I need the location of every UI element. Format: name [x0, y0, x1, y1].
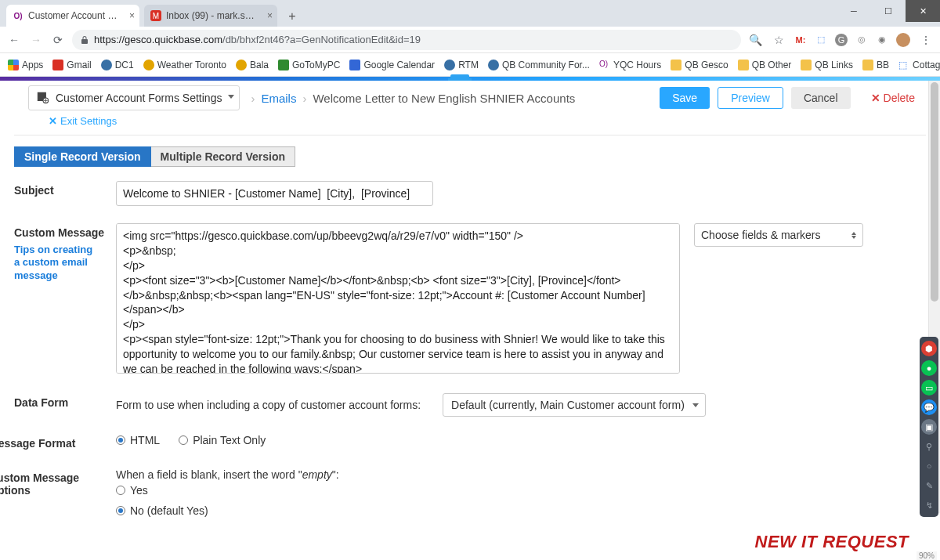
new-tab-button[interactable]: + — [282, 6, 302, 27]
tab-title: Inbox (99) - mark.shnier@gmail. — [166, 10, 255, 21]
bookmark-qbcomm[interactable]: QB Community For... — [488, 60, 590, 70]
bookmark-gotomypc[interactable]: GoToMyPC — [278, 60, 340, 70]
radio-plain-text[interactable]: Plain Text Only — [179, 434, 266, 446]
scroll-thumb[interactable] — [931, 82, 938, 302]
url-host: https://gesco.quickbase.com — [94, 34, 222, 45]
radio-icon — [116, 506, 125, 515]
tab-title: Customer Account Setup Form - — [28, 10, 118, 21]
bookmarks-bar: Apps Gmail DC1 Weather Toronto Bala GoTo… — [0, 53, 940, 77]
bookmark-rtm[interactable]: RTM — [444, 60, 479, 70]
tool-mic-icon[interactable]: ● — [921, 360, 937, 376]
nav-reload-icon[interactable]: ⟳ — [50, 32, 66, 48]
tool-camera-icon[interactable]: ▣ — [921, 419, 937, 435]
settings-dropdown[interactable]: Customer Account Forms Settings — [28, 85, 240, 110]
tool-chat-icon[interactable]: 💬 — [921, 399, 937, 415]
tips-link[interactable]: Tips on creating a custom email message — [14, 244, 100, 282]
chrome-menu-icon[interactable]: ⋮ — [918, 32, 934, 48]
radio-icon — [116, 486, 125, 495]
data-form-select[interactable]: Default (currently, Main Customer accoun… — [443, 393, 706, 417]
radio-html[interactable]: HTML — [116, 434, 160, 446]
chevron-down-icon — [228, 95, 234, 99]
label-message-format: Message Format — [0, 434, 116, 450]
save-button[interactable]: Save — [660, 87, 710, 109]
browser-tab-active[interactable]: O) Customer Account Setup Form - × — [6, 5, 139, 27]
zoom-icon[interactable]: 🔍 — [747, 32, 763, 48]
new-it-request-link[interactable]: NEW IT REQUEST — [755, 532, 909, 552]
exit-settings-link[interactable]: ✕Exit Settings — [49, 115, 117, 127]
nav-forward-icon[interactable]: → — [28, 32, 44, 48]
header-actions: Save Preview Cancel ✕Delete — [660, 87, 927, 109]
delete-button[interactable]: ✕Delete — [859, 87, 927, 109]
sort-icon — [851, 232, 856, 239]
cancel-button[interactable]: Cancel — [791, 87, 851, 109]
tab-single-record[interactable]: Single Record Version — [14, 146, 151, 167]
tool-cursor-icon[interactable]: ↯ — [921, 497, 937, 513]
bookmark-weather[interactable]: Weather Toronto — [143, 60, 226, 70]
breadcrumb-current: Welcome Letter to New English SHNIER Acc… — [313, 92, 575, 105]
window-minimize[interactable]: ─ — [837, 0, 871, 22]
bookmark-dc1[interactable]: DC1 — [101, 60, 134, 70]
label-custom-message: Custom Message Tips on creating a custom… — [14, 223, 116, 282]
bookmark-qblinks[interactable]: QB Links — [801, 60, 853, 70]
url-path: /db/bhxf2nt46?a=GenNotificationEdit&id=1… — [222, 34, 421, 45]
profile-avatar[interactable] — [896, 33, 910, 47]
bookmark-qbgesco[interactable]: QB Gesco — [671, 60, 728, 70]
tool-screen-icon[interactable]: ▭ — [921, 380, 937, 396]
ext-gray3-icon[interactable]: ◉ — [876, 34, 888, 46]
settings-title: Customer Account Forms Settings — [56, 92, 222, 104]
address-bar[interactable]: https://gesco.quickbase.com/db/bhxf2nt46… — [72, 30, 741, 50]
tab-close-icon[interactable]: × — [129, 10, 135, 21]
record-version-tabs: Single Record Version Multiple Record Ve… — [14, 146, 926, 167]
bookmark-gcal[interactable]: Google Calendar — [349, 60, 435, 70]
tab-close-icon[interactable]: × — [267, 10, 273, 21]
bookmark-yqc[interactable]: O)YQC Hours — [599, 60, 661, 70]
nav-back-icon[interactable]: ← — [6, 32, 22, 48]
bookmark-cottagepix[interactable]: ⬚Cottage Pix — [898, 60, 940, 70]
browser-tabstrip: O) Customer Account Setup Form - × M Inb… — [0, 0, 940, 27]
lock-icon — [80, 35, 89, 45]
bookmark-apps[interactable]: Apps — [8, 60, 43, 70]
bookmark-qbother[interactable]: QB Other — [738, 60, 792, 70]
zoom-level: 90% — [916, 551, 937, 560]
subject-input[interactable] — [116, 181, 433, 206]
favicon-quickbase: O) — [13, 10, 24, 21]
window-close[interactable]: ✕ — [906, 0, 940, 22]
settings-header: Customer Account Forms Settings › Emails… — [0, 81, 940, 110]
ext-m-icon[interactable]: M: — [794, 34, 807, 46]
label-data-form: Data Form — [14, 393, 116, 409]
bookmark-bala[interactable]: Bala — [236, 60, 269, 70]
close-icon: ✕ — [871, 92, 880, 104]
preview-button[interactable]: Preview — [718, 87, 783, 109]
floating-toolbar: ⬢ ● ▭ 💬 ▣ ⚲ ○ ✎ ↯ — [920, 337, 938, 517]
ext-dropbox-icon[interactable]: ⬚ — [815, 34, 827, 46]
radio-icon — [179, 435, 188, 445]
bookmark-star-icon[interactable]: ☆ — [771, 32, 786, 48]
ext-gray1-icon[interactable]: G — [835, 34, 848, 46]
breadcrumb-emails[interactable]: Emails — [261, 92, 296, 105]
data-form-text: Form to use when including a copy of cus… — [116, 399, 421, 411]
bookmark-bb[interactable]: BB — [862, 60, 889, 70]
radio-icon — [116, 435, 125, 445]
settings-icon — [35, 90, 51, 106]
tab-multiple-record[interactable]: Multiple Record Version — [151, 146, 295, 167]
tool-record-icon[interactable]: ⬢ — [921, 341, 937, 356]
close-icon: ✕ — [49, 115, 57, 127]
chevron-down-icon — [692, 403, 699, 407]
tool-pen-icon[interactable]: ✎ — [921, 478, 937, 493]
ext-gray2-icon[interactable]: ◎ — [855, 34, 868, 46]
radio-empty-no[interactable]: No (default Yes) — [116, 504, 208, 517]
favicon-gmail: M — [150, 10, 161, 21]
page-scroll-region[interactable]: Customer Account Forms Settings › Emails… — [0, 81, 940, 529]
label-subject: Subject — [14, 181, 116, 197]
bookmark-gmail[interactable]: Gmail — [52, 60, 91, 70]
custom-message-textarea[interactable] — [116, 223, 680, 374]
tool-people-icon[interactable]: ⚲ — [921, 439, 937, 454]
browser-tab-gmail[interactable]: M Inbox (99) - mark.shnier@gmail. × — [144, 5, 277, 27]
radio-empty-yes[interactable]: Yes — [116, 484, 148, 497]
window-maximize[interactable]: ☐ — [871, 0, 906, 22]
label-custom-message-options: Custom Message Options — [0, 468, 116, 497]
field-marker-picker[interactable]: Choose fields & markers — [694, 223, 863, 247]
breadcrumb: › Emails › Welcome Letter to New English… — [251, 92, 575, 105]
tool-circle-icon[interactable]: ○ — [921, 458, 937, 474]
address-bar-row: ← → ⟳ https://gesco.quickbase.com/db/bhx… — [0, 27, 940, 53]
